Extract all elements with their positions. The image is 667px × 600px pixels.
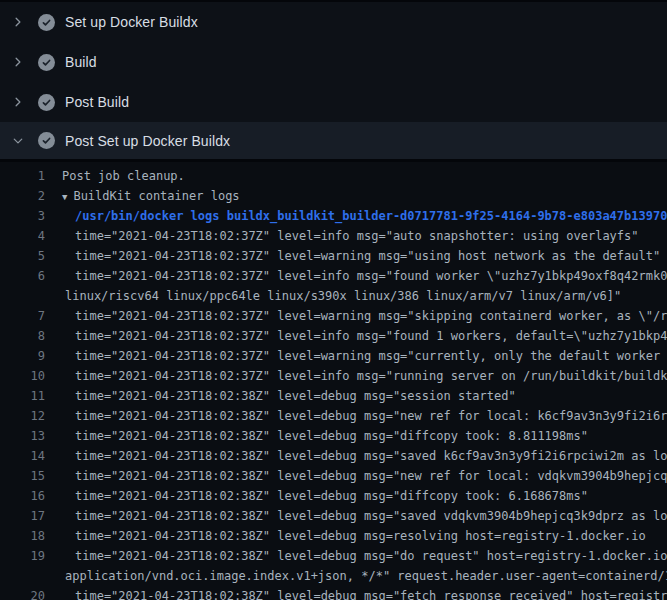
log-line-number[interactable]	[0, 566, 45, 586]
log-line: 5 time="2021-04-23T18:02:37Z" level=warn…	[0, 246, 667, 266]
log-line: 8 time="2021-04-23T18:02:37Z" level=info…	[0, 326, 667, 346]
log-line-number[interactable]: 20	[0, 586, 45, 600]
log-line: 4 time="2021-04-23T18:02:37Z" level=info…	[0, 226, 667, 246]
log-line: 6 time="2021-04-23T18:02:37Z" level=info…	[0, 266, 667, 286]
step-header-post-set-up-docker-buildx[interactable]: Post Set up Docker Buildx	[0, 122, 667, 162]
log-line: 10 time="2021-04-23T18:02:37Z" level=inf…	[0, 366, 667, 386]
log-line-text: time="2021-04-23T18:02:37Z" level=info m…	[75, 229, 639, 243]
log-line-text: time="2021-04-23T18:02:37Z" level=warnin…	[75, 309, 667, 323]
log-line-content: application/vnd.oci.image.index.v1+json,…	[62, 566, 667, 586]
log-line: 12 time="2021-04-23T18:02:38Z" level=deb…	[0, 406, 667, 426]
chevron-right-icon	[12, 16, 24, 28]
chevron-right-icon	[12, 96, 24, 108]
log-line-number[interactable]: 5	[0, 246, 45, 266]
log-line-number[interactable]: 17	[0, 506, 45, 526]
log-line: 20 time="2021-04-23T18:02:38Z" level=deb…	[0, 586, 667, 600]
log-line-number[interactable]: 1	[0, 166, 45, 186]
log-line: linux/riscv64 linux/ppc64le linux/s390x …	[0, 286, 667, 306]
log-line: 9 time="2021-04-23T18:02:37Z" level=warn…	[0, 346, 667, 366]
log-line-content: time="2021-04-23T18:02:38Z" level=debug …	[62, 466, 667, 486]
log-line-number[interactable]: 10	[0, 366, 45, 386]
log-line-text: BuildKit container logs	[73, 189, 239, 203]
log-line-content: linux/riscv64 linux/ppc64le linux/s390x …	[62, 286, 621, 306]
log-line-content: time="2021-04-23T18:02:38Z" level=debug …	[62, 546, 667, 566]
log-line-text: time="2021-04-23T18:02:38Z" level=debug …	[75, 469, 667, 483]
step-label: Post Build	[65, 94, 129, 110]
check-circle-icon	[38, 54, 55, 71]
log-line-text: time="2021-04-23T18:02:37Z" level=warnin…	[75, 249, 660, 263]
log-line-content: time="2021-04-23T18:02:38Z" level=debug …	[62, 586, 667, 600]
log-line-number[interactable]: 7	[0, 306, 45, 326]
log-line-number[interactable]: 16	[0, 486, 45, 506]
log-line-number[interactable]: 14	[0, 446, 45, 466]
step-header-post-build[interactable]: Post Build	[0, 82, 667, 122]
log-line-text: Post job cleanup.	[62, 169, 185, 183]
log-line-content: time="2021-04-23T18:02:38Z" level=debug …	[62, 486, 588, 506]
log-line-text: time="2021-04-23T18:02:38Z" level=debug …	[75, 449, 667, 463]
log-line: 14 time="2021-04-23T18:02:38Z" level=deb…	[0, 446, 667, 466]
log-line-content: time="2021-04-23T18:02:37Z" level=warnin…	[62, 246, 660, 266]
log-line: 18 time="2021-04-23T18:02:38Z" level=deb…	[0, 526, 667, 546]
log-line-number[interactable]: 15	[0, 466, 45, 486]
log-line-text: time="2021-04-23T18:02:38Z" level=debug …	[75, 389, 516, 403]
log-line-number[interactable]: 2	[0, 186, 45, 206]
log-line-content: time="2021-04-23T18:02:37Z" level=warnin…	[62, 306, 667, 326]
log-line-number[interactable]: 3	[0, 206, 45, 226]
log-line-content: time="2021-04-23T18:02:37Z" level=info m…	[62, 366, 667, 386]
log-line: 11 time="2021-04-23T18:02:38Z" level=deb…	[0, 386, 667, 406]
log-line-text: time="2021-04-23T18:02:38Z" level=debug …	[75, 509, 667, 523]
log-line-content: time="2021-04-23T18:02:38Z" level=debug …	[62, 506, 667, 526]
log-line-text: time="2021-04-23T18:02:37Z" level=warnin…	[75, 349, 667, 363]
log-line-number[interactable]: 4	[0, 226, 45, 246]
log-line-content: time="2021-04-23T18:02:38Z" level=debug …	[62, 446, 667, 466]
check-circle-icon	[38, 132, 55, 149]
log-line-text: /usr/bin/docker logs buildx_buildkit_bui…	[75, 209, 667, 223]
log-line-number[interactable]: 19	[0, 546, 45, 566]
log-line: application/vnd.oci.image.index.v1+json,…	[0, 566, 667, 586]
log-line-text: time="2021-04-23T18:02:38Z" level=debug …	[75, 549, 667, 563]
log-line-content: time="2021-04-23T18:02:38Z" level=debug …	[62, 426, 588, 446]
log-line-content: time="2021-04-23T18:02:38Z" level=debug …	[62, 386, 516, 406]
log-line: 3 /usr/bin/docker logs buildx_buildkit_b…	[0, 206, 667, 226]
log-line-content: time="2021-04-23T18:02:37Z" level=warnin…	[62, 346, 667, 366]
log-line-text: linux/riscv64 linux/ppc64le linux/s390x …	[65, 289, 621, 303]
step-label: Post Set up Docker Buildx	[65, 133, 230, 149]
log-line-text: time="2021-04-23T18:02:37Z" level=info m…	[75, 369, 667, 383]
log-line: 17 time="2021-04-23T18:02:38Z" level=deb…	[0, 506, 667, 526]
step-header-set-up-docker-buildx[interactable]: Set up Docker Buildx	[0, 2, 667, 42]
step-label: Set up Docker Buildx	[65, 14, 198, 30]
log-line-text: time="2021-04-23T18:02:38Z" level=debug …	[75, 589, 667, 600]
log-line: 19 time="2021-04-23T18:02:38Z" level=deb…	[0, 546, 667, 566]
log-line-text: time="2021-04-23T18:02:38Z" level=debug …	[75, 529, 646, 543]
chevron-down-icon	[12, 135, 24, 147]
log-line-content: time="2021-04-23T18:02:37Z" level=info m…	[62, 326, 667, 346]
log-line: 7 time="2021-04-23T18:02:37Z" level=warn…	[0, 306, 667, 326]
log-line-content: time="2021-04-23T18:02:38Z" level=debug …	[62, 526, 646, 546]
log-line-number[interactable]: 18	[0, 526, 45, 546]
log-line-number[interactable]: 13	[0, 426, 45, 446]
log-line-content: time="2021-04-23T18:02:37Z" level=info m…	[62, 266, 667, 286]
log-line: 15 time="2021-04-23T18:02:38Z" level=deb…	[0, 466, 667, 486]
log-line-content: /usr/bin/docker logs buildx_buildkit_bui…	[62, 206, 667, 226]
log-line-text: time="2021-04-23T18:02:37Z" level=info m…	[75, 269, 667, 283]
log-line-text: time="2021-04-23T18:02:38Z" level=debug …	[75, 409, 667, 423]
log-line: 1 Post job cleanup.	[0, 166, 667, 186]
log-line-number[interactable]: 12	[0, 406, 45, 426]
log-line-number[interactable]: 11	[0, 386, 45, 406]
log-line: 2 ▼BuildKit container logs	[0, 186, 667, 206]
log-line-text: time="2021-04-23T18:02:38Z" level=debug …	[75, 489, 588, 503]
step-header-build[interactable]: Build	[0, 42, 667, 82]
job-steps-list: Set up Docker Buildx Build Post Build	[0, 2, 667, 162]
step-log-output: 1 Post job cleanup. 2 ▼BuildKit containe…	[0, 162, 667, 600]
log-group-toggle-icon[interactable]: ▼	[62, 192, 67, 202]
log-line-number[interactable]: 6	[0, 266, 45, 286]
log-line: 16 time="2021-04-23T18:02:38Z" level=deb…	[0, 486, 667, 506]
log-line: 13 time="2021-04-23T18:02:38Z" level=deb…	[0, 426, 667, 446]
log-line-content: time="2021-04-23T18:02:38Z" level=debug …	[62, 406, 667, 426]
log-line-number[interactable]: 9	[0, 346, 45, 366]
chevron-right-icon	[12, 56, 24, 68]
log-line-number[interactable]	[0, 286, 45, 306]
log-line-number[interactable]: 8	[0, 326, 45, 346]
log-line-text: application/vnd.oci.image.index.v1+json,…	[65, 569, 667, 583]
log-line-content: time="2021-04-23T18:02:37Z" level=info m…	[62, 226, 639, 246]
